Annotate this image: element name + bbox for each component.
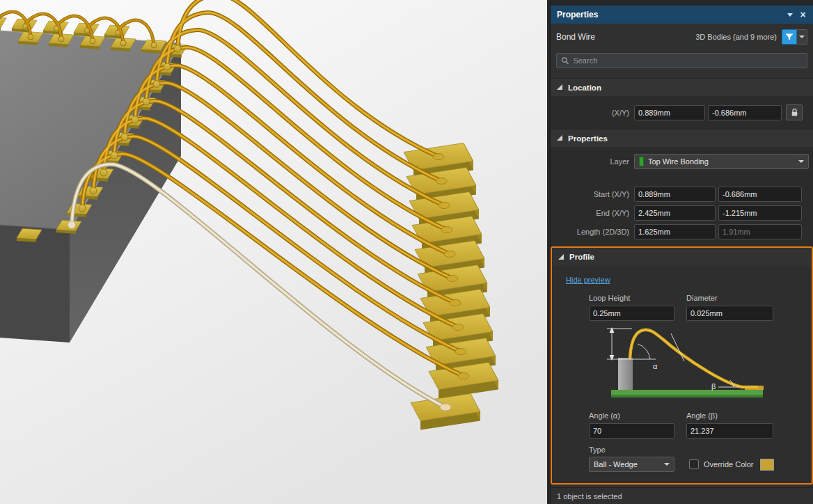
- beta-symbol: β: [711, 382, 716, 391]
- start-y-input[interactable]: [718, 187, 802, 202]
- section-expander-icon: [558, 254, 565, 260]
- search-input[interactable]: [573, 56, 803, 65]
- override-color-checkbox[interactable]: [689, 459, 699, 469]
- location-section-header[interactable]: Location: [551, 78, 813, 96]
- end-x-input[interactable]: [634, 205, 716, 221]
- layer-color-swatch: [639, 157, 644, 166]
- beta-field: Angle (β): [686, 411, 773, 439]
- alpha-input[interactable]: [589, 423, 674, 439]
- preview-wire: [630, 330, 758, 387]
- alpha-angle-arc: [638, 344, 650, 359]
- panel-menu-button[interactable]: [784, 9, 796, 21]
- start-xy-label: Start (X/Y): [551, 190, 634, 198]
- pcb-3d-scene: [0, 0, 547, 504]
- status-bar: 1 object is selected: [551, 487, 813, 504]
- object-type-label: Bond Wire: [556, 32, 695, 42]
- location-y-input[interactable]: [708, 105, 782, 120]
- chevron-down-icon: [787, 13, 793, 17]
- section-expander-icon: [557, 135, 563, 141]
- loop-height-diameter-row: Loop Height Diameter: [589, 294, 812, 321]
- alpha-symbol: α: [653, 362, 658, 370]
- layer-row: Layer Top Wire Bonding: [551, 154, 813, 169]
- loop-height-input[interactable]: [589, 306, 674, 321]
- filter-button[interactable]: [782, 29, 797, 45]
- properties-section-header[interactable]: Properties: [551, 129, 813, 147]
- start-xy-row: Start (X/Y): [551, 187, 813, 202]
- panel-close-button[interactable]: ×: [797, 9, 809, 21]
- length-3d-input: [718, 224, 802, 239]
- override-color-swatch[interactable]: [760, 459, 774, 471]
- type-row: Ball - Wedge Override Color: [589, 457, 812, 472]
- type-label: Type: [589, 446, 812, 454]
- location-section: (X/Y): [551, 96, 813, 129]
- search-box[interactable]: [556, 53, 807, 68]
- profile-section: Hide preview Loop Height Diameter: [552, 266, 812, 483]
- diameter-field: Diameter: [686, 294, 773, 321]
- location-x-input[interactable]: [634, 105, 705, 120]
- panel-title: Properties: [557, 10, 782, 19]
- arrow-down-icon: [610, 355, 615, 361]
- end-xy-label: End (X/Y): [551, 209, 634, 217]
- close-icon: ×: [800, 10, 805, 19]
- preview-chip-block: [618, 358, 633, 390]
- selection-scope-label: 3D Bodies (and 9 more): [695, 33, 777, 41]
- layer-value: Top Wire Bonding: [648, 157, 794, 166]
- hide-preview-link[interactable]: Hide preview: [566, 276, 610, 284]
- properties-section: Layer Top Wire Bonding Start (X/Y) End (…: [551, 147, 813, 246]
- layer-label: Layer: [551, 157, 634, 166]
- end-xy-row: End (X/Y): [551, 205, 813, 221]
- profile-section-header[interactable]: Profile: [552, 248, 812, 266]
- filter-dropdown-button[interactable]: [797, 29, 807, 45]
- 3d-viewport[interactable]: [0, 0, 547, 504]
- xy-label: (X/Y): [551, 109, 634, 117]
- object-type-row: Bond Wire 3D Bodies (and 9 more): [551, 24, 813, 50]
- panel-titlebar: Properties ×: [551, 6, 813, 24]
- length-label: Length (2D/3D): [551, 228, 634, 236]
- chevron-down-icon: [664, 463, 670, 466]
- substrate-bar: [611, 390, 763, 395]
- search-icon: [561, 56, 569, 65]
- angles-row: Angle (α) Angle (β): [589, 411, 812, 439]
- arrow-up-icon: [610, 327, 615, 333]
- type-dropdown[interactable]: Ball - Wedge: [589, 457, 674, 472]
- alpha-label: Angle (α): [589, 411, 674, 420]
- beta-label: Angle (β): [686, 411, 773, 420]
- chevron-down-icon: [798, 160, 804, 163]
- profile-highlight-box: Profile Hide preview Loop Height Diamete…: [551, 246, 813, 485]
- diameter-input[interactable]: [686, 306, 773, 321]
- alpha-field: Angle (α): [589, 411, 674, 439]
- length-2d-input[interactable]: [634, 224, 716, 239]
- loop-height-label: Loop Height: [589, 294, 674, 302]
- diameter-label: Diameter: [686, 294, 773, 302]
- status-text: 1 object is selected: [557, 492, 622, 501]
- properties-panel: Properties × Bond Wire 3D Bodies (and 9 …: [550, 6, 813, 504]
- loop-height-field: Loop Height: [589, 294, 674, 321]
- section-title: Profile: [569, 253, 594, 261]
- override-color-label: Override Color: [704, 460, 754, 468]
- section-title: Properties: [568, 134, 608, 143]
- layer-dropdown[interactable]: Top Wire Bonding: [634, 154, 809, 169]
- chevron-down-icon: [799, 36, 805, 38]
- wire-profile-preview: α β: [589, 325, 773, 403]
- lock-icon: [790, 108, 799, 117]
- section-expander-icon: [557, 84, 563, 90]
- type-value: Ball - Wedge: [594, 460, 660, 468]
- beta-input[interactable]: [686, 423, 773, 439]
- section-title: Location: [568, 84, 601, 92]
- start-x-input[interactable]: [634, 187, 716, 202]
- end-y-input[interactable]: [718, 205, 802, 221]
- lock-button[interactable]: [786, 104, 803, 120]
- length-row: Length (2D/3D): [551, 224, 813, 239]
- funnel-icon: [784, 32, 794, 42]
